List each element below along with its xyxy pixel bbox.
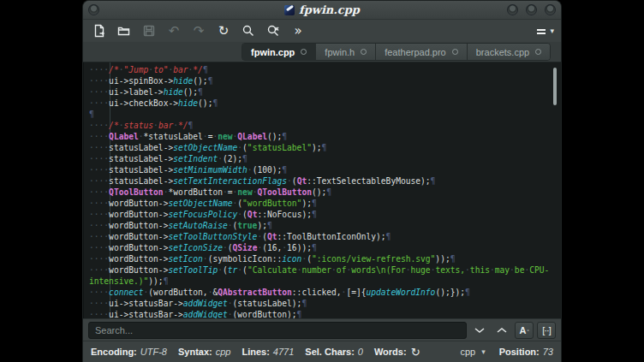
code-line: ····ui->spinBox->hide();¶ [89,75,552,86]
tab-label: fpwin.h [325,47,355,57]
minimize-button[interactable] [507,4,518,15]
maximize-button[interactable] [526,4,537,15]
status-item-selchars: Sel. Chars:0 [305,347,363,357]
featherpad-window: fpwin.cpp [82,0,562,362]
search-icon[interactable] [239,21,258,40]
status-bar: Encoding:UTF-8Syntax:cppLines:4771Sel. C… [83,341,561,362]
code-line: ····wordButton->setObjectName·("wordButt… [89,198,552,209]
tabbar: fpwin.cppfpwin.hfeatherpad.probrackets.c… [83,42,561,62]
new-file-icon[interactable] [90,21,109,40]
code-editor[interactable]: ····/*·"Jump·to"·bar·*/¶····ui->spinBox-… [83,62,561,318]
code-line: ····statusLabel->setIndent·(2);¶ [89,153,552,164]
tab-brackets.cpp[interactable]: brackets.cpp [468,44,550,60]
code-line: ····wordButton->setIcon·(symbolicIcon::i… [89,253,552,264]
tab-label: brackets.cpp [476,47,529,57]
code-line: ····ui->label->hide();¶ [89,86,552,98]
syntax-combo[interactable]: cpp ▾ [460,347,485,357]
window-title: fpwin.cpp [299,3,360,16]
search-bar: A▫ [··] [83,318,561,341]
status-item-syntax: Syntax:cpp [178,347,231,357]
reload-icon[interactable]: ↻ [214,21,233,40]
code-line: ····wordButton->setFocusPolicy·(Qt::NoFo… [89,209,552,220]
code-line: ····wordButton->setToolButtonStyle·(Qt::… [89,231,552,242]
code-line: ····wordButton->setIconSize·(QSize·(16,·… [89,242,552,253]
status-item-lines: Lines:4771 [242,347,294,357]
code-line: ····ui->statusBar->addWidget·(statusLabe… [89,298,552,309]
code-line: ····QToolButton·*wordButton·=·new·QToolB… [89,187,552,198]
status-item-words: Words:↻ [374,346,420,359]
caret-down-icon: ▾ [550,27,554,35]
code-line: ¶ [89,109,552,120]
tab-fpwin.cpp[interactable]: fpwin.cpp [242,44,316,60]
tab-close-icon[interactable] [452,49,458,55]
combo-caret-icon: ▾ [481,347,486,356]
code-line: ····ui->checkBox->hide();¶ [89,98,552,109]
whole-word-button[interactable]: [··] [537,322,556,339]
code-area: ····/*·"Jump·to"·bar·*/¶····ui->spinBox-… [89,64,552,318]
redo-icon[interactable]: ↷ [189,21,208,40]
tab-label: fpwin.cpp [251,47,295,57]
code-line: ····ui->statusBar->addWidget·(wordButton… [89,309,552,318]
code-line: ····/*·status·bar·*/¶ [89,120,552,131]
cursor-position: Position:73 [499,347,553,357]
search-input[interactable] [88,322,467,339]
hamburger-icon [535,26,547,37]
close-button[interactable] [545,4,556,15]
search-next-button[interactable] [470,322,489,339]
vertical-scrollbar[interactable] [553,68,557,105]
search-replace-icon[interactable] [264,21,283,40]
tab-close-icon[interactable] [301,49,307,55]
code-line: ····wordButton->setAutoRaise·(true);¶ [89,220,552,231]
menu-icon[interactable]: ▾ [535,21,554,40]
screen: fpwin.cpp [0,0,644,362]
code-line: ····wordButton->setToolTip·(tr·("Calcula… [89,264,552,276]
save-icon[interactable] [140,21,158,40]
titlebar: fpwin.cpp [83,1,561,20]
status-info: Encoding:UTF-8Syntax:cppLines:4771Sel. C… [91,346,420,359]
code-line: ····QLabel·*statusLabel·=·new·QLabel();¶ [89,131,552,142]
code-line: ····connect·(wordButton,·&QAbstractButto… [89,287,552,298]
tab-fpwin.h[interactable]: fpwin.h [316,44,376,60]
tab-strip: fpwin.cppfpwin.hfeatherpad.probrackets.c… [242,43,551,61]
match-case-mark-icon: ▫ [527,328,528,333]
overflow-icon[interactable]: » [289,21,307,40]
code-line: ····statusLabel->setTextInteractionFlags… [89,175,552,187]
code-line: ····statusLabel->setMinimumWidth·(100);¶ [89,164,552,175]
code-line: ····statusLabel->setObjectName·("statusL… [89,142,552,153]
status-item-encoding: Encoding:UTF-8 [91,347,167,357]
word-count-refresh-icon[interactable]: ↻ [411,346,420,359]
toolbar: ↶ ↷ ↻ » ▾ [83,20,561,42]
search-previous-button[interactable] [492,322,511,339]
window-menu-button[interactable] [88,4,99,15]
tab-close-icon[interactable] [535,49,541,55]
open-file-icon[interactable] [115,21,134,40]
undo-icon[interactable]: ↶ [164,21,183,40]
match-case-button[interactable]: A▫ [515,322,534,339]
tab-label: featherpad.pro [385,47,446,57]
tab-featherpad.pro[interactable]: featherpad.pro [376,44,468,60]
code-line: ····/*·"Jump·to"·bar·*/¶ [89,64,552,75]
tab-close-icon[interactable] [361,49,367,55]
syntax-combo-value: cpp [460,347,475,357]
code-line: intensive.)"));¶ [89,276,552,287]
featherpad-app-icon [284,5,295,15]
